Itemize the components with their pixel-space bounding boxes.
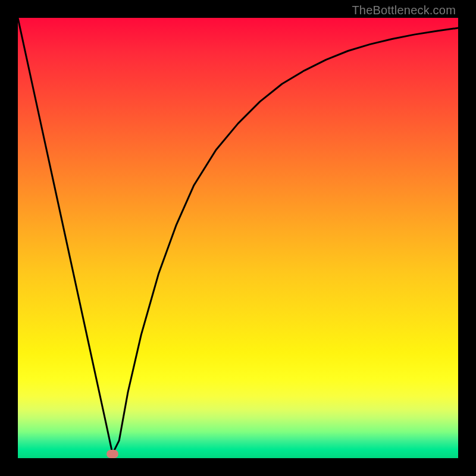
minimum-marker (107, 450, 118, 458)
chart-container: TheBottleneck.com (0, 0, 476, 476)
plot-area (18, 18, 458, 458)
attribution-text: TheBottleneck.com (352, 4, 456, 17)
bottleneck-curve (18, 18, 458, 454)
curve-svg (18, 18, 458, 458)
